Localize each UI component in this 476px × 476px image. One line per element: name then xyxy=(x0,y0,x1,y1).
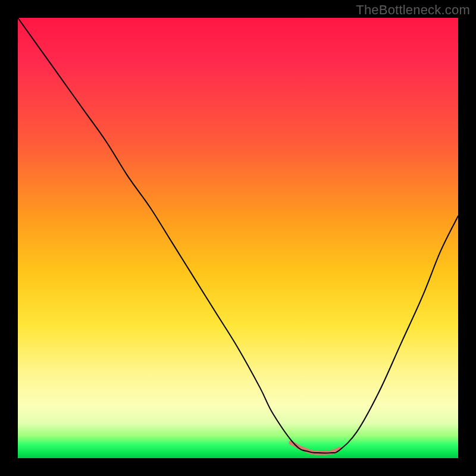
chart-frame: TheBottleneck.com xyxy=(0,0,476,476)
watermark-text: TheBottleneck.com xyxy=(356,2,470,18)
bottleneck-curve-path xyxy=(18,18,458,453)
curve-layer xyxy=(18,18,458,458)
plot-area xyxy=(18,18,458,458)
